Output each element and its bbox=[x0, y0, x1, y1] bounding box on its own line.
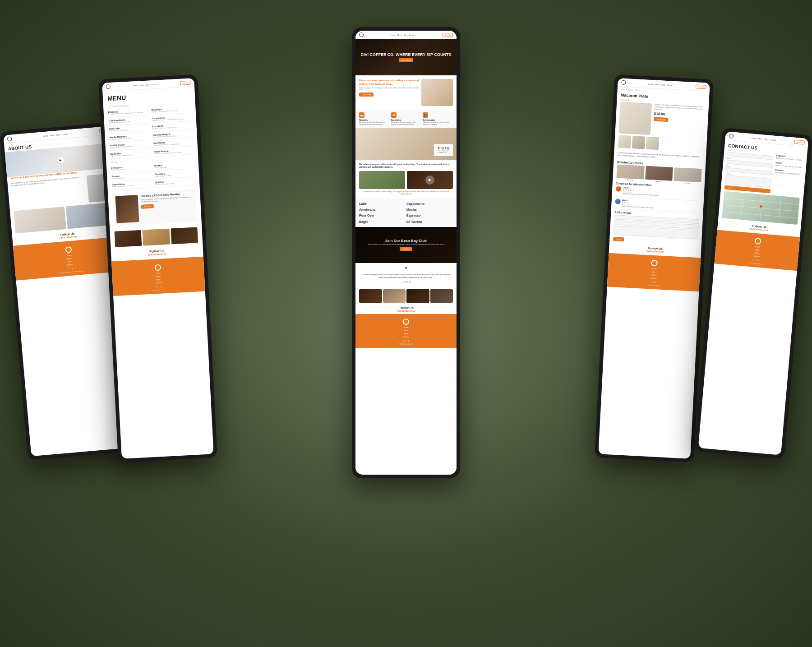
product-thumb-1[interactable] bbox=[618, 135, 631, 148]
contact-footer-contact[interactable]: Contact bbox=[753, 255, 760, 258]
add-to-cart-btn[interactable]: Add to Cart bbox=[654, 117, 669, 122]
coffee-club-btn[interactable]: Join Now bbox=[141, 204, 154, 208]
sourcing-images: ▶ bbox=[359, 171, 453, 189]
related-img-1[interactable] bbox=[616, 164, 644, 179]
product-footer-tw[interactable]: t bbox=[655, 281, 656, 283]
feature-community-desc: Building community one cup at a time acr… bbox=[423, 121, 453, 125]
center-follow-handle[interactable]: @divicoffeeshop bbox=[359, 310, 453, 312]
contact-footer-blog[interactable]: Blog bbox=[755, 252, 759, 254]
join-desc: Become part of our exclusive club and en… bbox=[368, 244, 444, 245]
submit-review-btn[interactable]: Submit bbox=[613, 237, 624, 241]
menu-items-section: Latte Cappuccino Americano Mocha Pour Ov… bbox=[355, 199, 457, 227]
contact-footer-fb[interactable]: f bbox=[753, 259, 754, 261]
nav-home[interactable]: Home bbox=[43, 134, 48, 137]
footer-link-blog[interactable]: Blog bbox=[68, 260, 71, 263]
menu-footer-tw[interactable]: t bbox=[161, 285, 161, 288]
center-footer-ig[interactable]: i bbox=[406, 339, 406, 342]
sourcing-img-1 bbox=[359, 171, 405, 189]
contact-map: 📍 bbox=[722, 191, 800, 225]
contact-nav-contact[interactable]: Contact bbox=[770, 138, 776, 141]
product-nav-menu[interactable]: Menu bbox=[655, 83, 660, 86]
product-thumb-2[interactable] bbox=[632, 136, 645, 149]
product-nav-contact[interactable]: Contact bbox=[667, 83, 673, 86]
center-footer-blog[interactable]: Blog bbox=[404, 333, 408, 335]
contact-footer-menu[interactable]: Menu bbox=[755, 249, 759, 251]
contact-join-btn[interactable]: Join Us bbox=[794, 139, 805, 144]
product-footer-blog[interactable]: Blog bbox=[652, 274, 655, 276]
menu-item-sandwiches: Sandwiches Artisan sandwiches made fresh bbox=[112, 180, 152, 190]
menu-nav-menu[interactable]: Menu bbox=[139, 84, 144, 87]
menu-item-icedlatte: Iced Latte Espresso over ice with cold m… bbox=[110, 149, 150, 159]
play-button[interactable]: ▶ bbox=[57, 157, 64, 163]
feature-community-icon: 👥 bbox=[423, 112, 428, 118]
find-us-title: Find Us bbox=[438, 147, 449, 150]
center-footer-tw[interactable]: t bbox=[408, 339, 409, 342]
product-footer-menu[interactable]: Menu bbox=[651, 271, 656, 273]
contact-info-panel: Location 123 Coffee Lane Portland, OR 97… bbox=[773, 154, 803, 196]
reviewer-avatar-1 bbox=[616, 186, 622, 192]
device-product: Home Menu Blog Contact Join Us Store > M… bbox=[595, 74, 714, 462]
join-now-btn[interactable]: Join Now bbox=[400, 247, 412, 251]
exp-learn-more-btn[interactable]: Learn More bbox=[359, 92, 374, 97]
testimonial-author: — Sarah M. bbox=[359, 281, 453, 283]
contact-nav-blog[interactable]: Blog bbox=[764, 138, 768, 140]
product-join-btn[interactable]: Join Us bbox=[696, 84, 706, 89]
device-center: Home Menu Blog Contact Join Us DIVI COFF… bbox=[352, 27, 460, 478]
menu-nav-home[interactable]: Home bbox=[133, 84, 138, 87]
nav-contact[interactable]: Contact bbox=[61, 133, 68, 135]
contact-nav-home[interactable]: Home bbox=[752, 137, 757, 139]
footer-twitter[interactable]: t bbox=[72, 267, 73, 269]
menu-footer-ig[interactable]: i bbox=[158, 285, 159, 288]
contact-footer-home[interactable]: Home bbox=[755, 245, 760, 248]
related-img-2[interactable] bbox=[645, 166, 673, 181]
hero-section: DIVI COFFEE CO. WHERE EVERY SIP COUNTS L… bbox=[355, 39, 457, 75]
contact-nav-menu[interactable]: Menu bbox=[758, 137, 762, 140]
contact-footer-ig[interactable]: i bbox=[756, 259, 757, 261]
menu-footer-home[interactable]: Home bbox=[156, 272, 161, 275]
center-screen: Home Menu Blog Contact Join Us DIVI COFF… bbox=[355, 31, 457, 475]
menu-nav-blog[interactable]: Blog bbox=[146, 83, 149, 86]
center-footer-home[interactable]: Home bbox=[404, 326, 409, 328]
contact-nav-logo bbox=[729, 134, 734, 139]
footer-facebook[interactable]: f bbox=[67, 267, 68, 270]
menu-big-bagel: Bagel bbox=[359, 219, 406, 224]
center-nav-contact[interactable]: Contact bbox=[409, 34, 415, 36]
menu-nav-logo bbox=[106, 84, 111, 89]
menu-footer-contact[interactable]: Contact bbox=[156, 282, 162, 284]
product-footer-ig[interactable]: i bbox=[653, 281, 654, 283]
product-footer-fb[interactable]: f bbox=[651, 281, 651, 283]
product-nav-home[interactable]: Home bbox=[648, 83, 653, 85]
footer-link-home[interactable]: Home bbox=[67, 254, 72, 257]
product-footer-contact[interactable]: Contact bbox=[651, 277, 657, 280]
review-content-2: Mike S. ★★★★☆ March 2, 2024 Great flavor… bbox=[622, 199, 700, 212]
center-footer-fb[interactable]: f bbox=[403, 339, 404, 342]
product-footer-home[interactable]: Home bbox=[652, 268, 657, 270]
related-product-2: Coffee Cup bbox=[645, 166, 673, 183]
menu-footer-blog[interactable]: Blog bbox=[157, 278, 160, 281]
center-footer-menu[interactable]: Menu bbox=[404, 329, 408, 332]
footer-link-menu[interactable]: Menu bbox=[67, 257, 71, 260]
product-thumb-3[interactable] bbox=[646, 137, 659, 150]
menu-big-pourover: Pour Over bbox=[359, 213, 406, 218]
menu-join-btn[interactable]: Join Us bbox=[180, 80, 191, 85]
hero-learn-more-btn[interactable]: Learn More bbox=[399, 58, 413, 62]
contact-form: Name Email Phone Message bbox=[724, 150, 774, 194]
nav-menu[interactable]: Menu bbox=[50, 134, 54, 137]
menu-footer-menu[interactable]: Menu bbox=[156, 275, 161, 278]
nav-blog[interactable]: Blog bbox=[56, 134, 60, 136]
contact-footer-logo bbox=[755, 238, 761, 245]
related-img-3[interactable] bbox=[674, 167, 702, 182]
center-nav-blog[interactable]: Blog bbox=[404, 34, 407, 36]
center-join-btn[interactable]: Join Us bbox=[443, 33, 453, 37]
footer-link-contact[interactable]: Contact bbox=[67, 263, 73, 266]
contact-footer-tw[interactable]: t bbox=[758, 259, 759, 262]
testimonial-section: " "I've been a regular at this coffee sh… bbox=[355, 263, 457, 287]
menu-footer-fb[interactable]: f bbox=[156, 285, 157, 288]
center-nav-links: Home Menu Blog Contact bbox=[391, 34, 415, 36]
center-nav-home[interactable]: Home bbox=[391, 34, 396, 36]
center-nav-menu[interactable]: Menu bbox=[397, 34, 402, 36]
product-nav-blog[interactable]: Blog bbox=[661, 83, 665, 86]
footer-instagram[interactable]: i bbox=[70, 267, 71, 270]
center-footer-contact[interactable]: Contact bbox=[403, 336, 409, 338]
menu-nav-contact[interactable]: Contact bbox=[151, 83, 157, 86]
